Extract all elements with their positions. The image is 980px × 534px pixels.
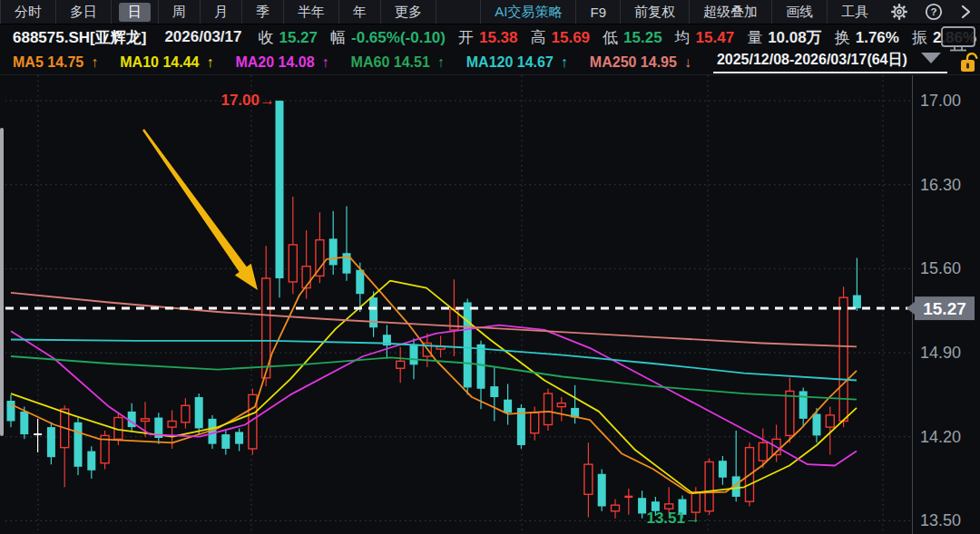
- tab-period-4[interactable]: 月: [201, 0, 242, 24]
- tab-period-6[interactable]: 半年: [284, 0, 339, 24]
- ma-line-ma60: [11, 356, 857, 400]
- ma-line-ma250: [11, 293, 857, 347]
- menu-item-2[interactable]: 前复权: [620, 0, 689, 24]
- ma-lines: [11, 257, 857, 493]
- svg-text:?: ?: [930, 6, 936, 17]
- menu-item-5[interactable]: 工具: [827, 0, 882, 24]
- quote-field-1: 幅-0.65%(-0.10): [330, 27, 446, 48]
- tab-period-1[interactable]: 多日: [56, 0, 112, 24]
- candles: [7, 101, 861, 519]
- period-tabs: 分时多日日周月季半年年更多: [0, 0, 436, 24]
- date-range-selector[interactable]: 2025/12/08-2026/03/17(64日): [713, 51, 947, 73]
- menu-item-0[interactable]: AI交易策略: [480, 0, 575, 24]
- tab-period-5[interactable]: 季: [242, 0, 284, 24]
- quote-field-0: 收15.27: [258, 27, 318, 48]
- tab-period-3[interactable]: 周: [159, 0, 201, 24]
- quote-field-2: 开15.38: [458, 27, 518, 48]
- ma-indicator-bar: MA5 14.75↑MA10 14.44↑MA20 14.08↑MA60 14.…: [0, 50, 980, 74]
- top-menu-bar: 分时多日日周月季半年年更多 AI交易策略F9前复权超级叠加画线工具: [0, 0, 980, 24]
- tab-period-2[interactable]: 日: [112, 0, 159, 24]
- ma-item-ma20: MA20 14.08↑: [235, 54, 328, 71]
- svg-text:14.90: 14.90: [920, 344, 961, 362]
- ma-item-ma250: MA250 14.95↓: [590, 54, 691, 71]
- trading-app: 分时多日日周月季半年年更多 AI交易策略F9前复权超级叠加画线工具: [0, 0, 980, 534]
- ma-item-ma5: MA5 14.75↑: [13, 54, 98, 71]
- svg-text:16.30: 16.30: [920, 176, 961, 194]
- ma-item-ma120: MA120 14.67↑: [466, 54, 568, 71]
- gear-icon[interactable]: [882, 0, 916, 24]
- svg-text:14.20: 14.20: [920, 428, 961, 446]
- menu-item-3[interactable]: 超级叠加: [689, 0, 771, 24]
- ma-item-ma60: MA60 14.51↑: [351, 54, 445, 71]
- left-edge-scrollbar[interactable]: [0, 128, 4, 436]
- quote-field-3: 高15.69: [531, 27, 591, 48]
- ma-line-ma10: [11, 281, 857, 493]
- quote-field-6: 量10.08万: [747, 27, 822, 48]
- quote-fields: 收15.27幅-0.65%(-0.10)开15.38高15.69低15.25均1…: [258, 27, 980, 48]
- tab-period-8[interactable]: 更多: [381, 0, 436, 24]
- quote-date: 2026/03/17: [164, 28, 241, 46]
- menu-item-1[interactable]: F9: [575, 0, 620, 24]
- stock-symbol: 688575.SH[亚辉龙]: [13, 27, 146, 48]
- stock-info-bar: 688575.SH[亚辉龙] 2026/03/17 收15.27幅-0.65%(…: [0, 24, 980, 50]
- chevron-right-icon[interactable]: [951, 0, 980, 24]
- ma-item-ma10: MA10 14.44↑: [120, 54, 213, 71]
- tab-period-0[interactable]: 分时: [0, 0, 56, 24]
- annotation-arrow: [142, 129, 258, 290]
- svg-text:13.50: 13.50: [920, 511, 961, 529]
- svg-text:15.27: 15.27: [923, 299, 966, 318]
- svg-text:17.00: 17.00: [920, 92, 961, 110]
- menu-item-4[interactable]: 画线: [771, 0, 827, 24]
- low-price-label: 13.51→: [646, 510, 701, 527]
- ma-values: MA5 14.75↑MA10 14.44↑MA20 14.08↑MA60 14.…: [13, 54, 713, 71]
- ma-line-ma5: [11, 257, 857, 493]
- monitor-icon[interactable]: [939, 25, 977, 57]
- candlestick-chart[interactable]: 17.00→13.51→17.0016.3015.6014.9014.2013.…: [0, 74, 980, 534]
- menu-right-group: AI交易策略F9前复权超级叠加画线工具: [480, 0, 980, 24]
- date-range-label: 2025/12/08-2026/03/17(64日): [717, 51, 907, 70]
- last-close-badge: 15.27: [906, 296, 975, 320]
- svg-text:15.60: 15.60: [920, 259, 961, 277]
- quote-field-4: 低15.25: [603, 27, 662, 48]
- quote-field-5: 均15.47: [675, 27, 735, 48]
- high-price-label: 17.00→: [220, 92, 275, 109]
- tab-period-7[interactable]: 年: [339, 0, 381, 24]
- quote-field-7: 换1.76%: [835, 27, 899, 48]
- help-icon[interactable]: ?: [916, 0, 951, 24]
